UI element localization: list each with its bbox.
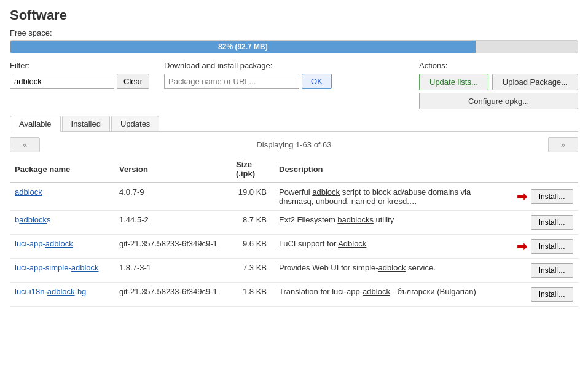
actions-buttons-row: Update lists... Upload Package... xyxy=(419,74,578,90)
install-button[interactable]: Install… xyxy=(531,189,573,204)
package-action-cell: Install… xyxy=(512,283,578,307)
package-version-cell: 1.8.7-3-1 xyxy=(114,259,231,283)
table-row: luci-app-simple-adblock1.8.7-3-17.3 KBPr… xyxy=(10,259,578,283)
package-action-cell: Install… xyxy=(512,259,578,283)
actions-section: Actions: Update lists... Upload Package.… xyxy=(419,61,578,109)
install-button[interactable]: Install… xyxy=(531,215,573,230)
package-description-cell: LuCI support for Adblock xyxy=(274,235,512,259)
package-action-cell: ➡Install… xyxy=(512,235,578,259)
install-button[interactable]: Install… xyxy=(531,287,573,302)
package-description-cell: Provides Web UI for simple-adblock servi… xyxy=(274,259,512,283)
page-info: Displaying 1-63 of 63 xyxy=(256,140,331,149)
filter-label: Filter: xyxy=(10,61,149,70)
download-section: Download and install package: OK xyxy=(164,61,332,89)
package-action-cell: Install… xyxy=(512,211,578,235)
configure-opkg-button[interactable]: Configure opkg... xyxy=(419,93,578,109)
table-row: luci-i18n-adblock-bggit-21.357.58233-6f3… xyxy=(10,283,578,307)
tabs-row: Available Installed Updates xyxy=(10,116,578,132)
tab-available[interactable]: Available xyxy=(10,116,61,132)
package-size-cell: 7.3 KB xyxy=(231,259,274,283)
filter-section: Filter: Clear xyxy=(10,61,149,89)
col-header-action xyxy=(512,156,578,182)
page-title: Software xyxy=(10,7,578,23)
package-name-cell[interactable]: badblocks xyxy=(10,211,114,235)
package-version-cell: git-21.357.58233-6f349c9-1 xyxy=(114,283,231,307)
install-button[interactable]: Install… xyxy=(531,263,573,278)
package-version-cell: 4.0.7-9 xyxy=(114,182,231,211)
table-row: luci-app-adblockgit-21.357.58233-6f349c9… xyxy=(10,235,578,259)
clear-button[interactable]: Clear xyxy=(117,74,149,89)
ok-button[interactable]: OK xyxy=(302,74,332,89)
filter-input[interactable] xyxy=(10,74,114,89)
package-version-cell: git-21.357.58233-6f349c9-1 xyxy=(114,235,231,259)
package-description-cell: Powerful adblock script to block ad/abus… xyxy=(274,182,512,211)
package-name-cell[interactable]: luci-app-adblock xyxy=(10,235,114,259)
table-header-row: Package name Version Size(.ipk) Descript… xyxy=(10,156,578,182)
controls-row: Filter: Clear Download and install packa… xyxy=(10,61,578,109)
tab-installed[interactable]: Installed xyxy=(62,116,110,131)
package-size-cell: 19.0 KB xyxy=(231,182,274,211)
col-header-version: Version xyxy=(114,156,231,182)
update-lists-button[interactable]: Update lists... xyxy=(419,74,488,90)
package-size-cell: 9.6 KB xyxy=(231,235,274,259)
table-row: badblocks1.44.5-28.7 KBExt2 Filesystem b… xyxy=(10,211,578,235)
package-name-cell[interactable]: adblock xyxy=(10,182,114,211)
col-header-size: Size(.ipk) xyxy=(231,156,274,182)
arrow-icon: ➡ xyxy=(517,239,527,254)
upload-package-button[interactable]: Upload Package... xyxy=(492,74,578,90)
col-header-description: Description xyxy=(274,156,512,182)
actions-label: Actions: xyxy=(419,61,578,70)
arrow-icon: ➡ xyxy=(517,189,527,204)
free-space-progress-bar: 82% (92.7 MB) xyxy=(10,40,578,53)
package-name-cell[interactable]: luci-i18n-adblock-bg xyxy=(10,283,114,307)
package-size-cell: 8.7 KB xyxy=(231,211,274,235)
next-page-button[interactable]: » xyxy=(548,137,578,152)
package-description-cell: Ext2 Filesystem badblocks utility xyxy=(274,211,512,235)
package-description-cell: Translation for luci-app-adblock - бълга… xyxy=(274,283,512,307)
prev-page-button[interactable]: « xyxy=(10,137,40,152)
package-version-cell: 1.44.5-2 xyxy=(114,211,231,235)
tab-updates[interactable]: Updates xyxy=(111,116,159,131)
download-label: Download and install package: xyxy=(164,61,332,70)
progress-bar-fill: 82% (92.7 MB) xyxy=(10,41,476,53)
install-button[interactable]: Install… xyxy=(531,239,573,254)
pagination-row: « Displaying 1-63 of 63 » xyxy=(10,137,578,152)
download-input-row: OK xyxy=(164,74,332,89)
table-row: adblock4.0.7-919.0 KBPowerful adblock sc… xyxy=(10,182,578,211)
package-size-cell: 1.8 KB xyxy=(231,283,274,307)
col-header-name: Package name xyxy=(10,156,114,182)
package-name-cell[interactable]: luci-app-simple-adblock xyxy=(10,259,114,283)
download-input[interactable] xyxy=(164,74,299,89)
package-action-cell: ➡Install… xyxy=(512,182,578,211)
free-space-label: Free space: xyxy=(10,28,578,37)
packages-table: Package name Version Size(.ipk) Descript… xyxy=(10,156,578,307)
filter-input-row: Clear xyxy=(10,74,149,89)
